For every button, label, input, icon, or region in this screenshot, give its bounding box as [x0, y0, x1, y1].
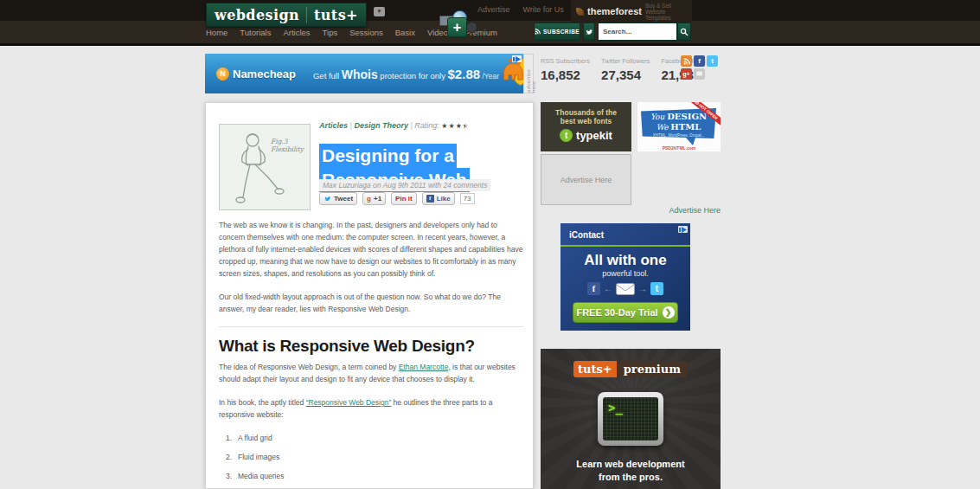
article-body: The web as we know it is changing. In th…: [219, 219, 523, 489]
facebook-icon: f: [587, 282, 600, 295]
paragraph-fixed-width: Our old fixed-width layout approach is o…: [219, 291, 523, 315]
nav-tutorials[interactable]: Tutorials: [240, 28, 271, 37]
advertise-strip-label: advertise here: [526, 56, 536, 93]
section-divider: [219, 326, 523, 327]
bubble-tail: [686, 138, 695, 145]
pinterest-button[interactable]: Pin it: [391, 192, 417, 205]
google-g-icon: g: [367, 195, 371, 203]
advertise-here-link[interactable]: Advertise Here: [634, 206, 721, 215]
list-item: 2.Fluid images: [219, 451, 523, 463]
arrow-right-icon: →: [638, 284, 647, 293]
twitter-bird-icon: [585, 29, 593, 35]
icontact-logo: iContact: [569, 230, 604, 240]
camera-icon: [466, 22, 477, 33]
facebook-social-icon[interactable]: f: [694, 55, 705, 67]
logo-dropdown-button[interactable]: ▼: [374, 7, 385, 16]
rating-half-star: ★★: [463, 122, 469, 130]
tweet-bird-icon: [323, 196, 331, 202]
figure-caption: Fig.3 Flexibility: [271, 138, 304, 153]
nav-tips[interactable]: Tips: [323, 28, 338, 37]
email-social-icon[interactable]: ✉: [694, 68, 705, 80]
green-divider: [560, 245, 690, 247]
logo-tuts: tuts+: [306, 7, 358, 23]
like-count-badge: 73: [460, 193, 475, 204]
page: webdesign tuts+ ▼ Advertise Write for Us…: [0, 0, 980, 489]
stat-twitter: Twitter Followers 27,354: [601, 57, 650, 82]
nav-home[interactable]: Home: [206, 28, 227, 37]
list-item: 1.A fluid grid: [219, 432, 523, 444]
rwd-parts-list: 1.A fluid grid 2.Fluid images 3.Media qu…: [219, 432, 523, 482]
search-input[interactable]: [598, 23, 677, 41]
devices-graphic: +: [439, 10, 490, 45]
tuts-premium-ad[interactable]: tuts+ premium >_ Learn web development f…: [541, 349, 721, 489]
tuts-premium-logo: tuts+ premium: [541, 361, 721, 377]
namecheap-icon: N: [216, 68, 229, 80]
breadcrumb-articles[interactable]: Articles: [319, 121, 348, 130]
envato-leaf-icon: [576, 8, 584, 16]
nav-basix[interactable]: Basix: [395, 28, 415, 37]
facebook-f-icon: f: [426, 195, 434, 203]
themeforest-banner[interactable]: themeforest Buy & Sell Website Templates: [571, 0, 692, 23]
namecheap-ad-banner[interactable]: N Namecheap Get full Whois protection fo…: [205, 54, 523, 93]
rating-stars: ★★★: [441, 122, 463, 130]
search-icon: [680, 28, 689, 36]
namecheap-name: Namecheap: [233, 68, 296, 80]
themeforest-tagline: Buy & Sell Website Templates: [645, 3, 687, 21]
subscribe-button[interactable]: SUBSCRIBE: [534, 23, 580, 41]
rss-social-icon[interactable]: [681, 55, 692, 67]
banner-text: Get full Whois protection for only $2.88…: [313, 67, 499, 81]
paragraph-book: In his book, the aptly titled “Responsiv…: [219, 396, 523, 421]
googleplus-social-icon[interactable]: g+: [681, 68, 692, 80]
facebook-like-button[interactable]: f Like: [422, 192, 455, 205]
list-item: 3.Media queries: [219, 470, 523, 482]
twitter-social-icon[interactable]: t: [707, 55, 718, 67]
cta-arrow-icon: ❯: [663, 306, 675, 318]
advertise-here-strip[interactable]: advertise here: [523, 54, 534, 93]
arrow-left-icon: ←: [604, 284, 612, 293]
icontact-icons: f ← → t: [560, 282, 690, 295]
adchoices-icon[interactable]: [678, 226, 688, 233]
article-thumbnail[interactable]: Fig.3 Flexibility: [219, 124, 311, 210]
premium-caption: Learn web development from the pros.: [541, 458, 721, 484]
breadcrumb-design-theory[interactable]: Design Theory: [354, 121, 408, 130]
psd2html-ad[interactable]: You DESIGN We HTML XHTML, WordPress, Dru…: [637, 102, 721, 151]
section-heading: What is Responsive Web Design?: [219, 340, 523, 352]
advertise-here-box[interactable]: Advertise Here: [541, 154, 631, 205]
twitter-icon: t: [650, 282, 663, 295]
share-buttons: Tweet g +1 Pin it f Like 73: [319, 192, 475, 205]
link-write-for-us[interactable]: Write for Us: [523, 5, 564, 14]
google-plus-one-button[interactable]: g +1: [362, 192, 386, 205]
paragraph-idea: The idea of Responsive Web Design, a ter…: [219, 361, 523, 385]
psd2html-url: PSD2HTML.com: [637, 145, 721, 151]
social-buttons: f t g+ ✉: [681, 55, 721, 80]
paragraph-intro: The web as we know it is changing. In th…: [219, 219, 523, 280]
icontact-ad[interactable]: iContact All with one powerful tool. f ←…: [560, 223, 690, 331]
tweet-button[interactable]: Tweet: [319, 192, 357, 205]
typekit-brand: typekit: [576, 129, 612, 142]
logo-webdesign: webdesign: [215, 7, 299, 23]
typekit-icon: t: [560, 129, 573, 142]
site-logo[interactable]: webdesign tuts+: [206, 3, 367, 27]
breadcrumb: Articles | Design Theory | Rating: ★★★★★: [319, 121, 469, 130]
nav-articles[interactable]: Articles: [283, 28, 310, 37]
terminal-icon: >_: [598, 392, 663, 446]
subscribe-label: SUBSCRIBE: [543, 29, 580, 35]
adchoices-icon[interactable]: [512, 55, 522, 62]
article-card: Fig.3 Flexibility Articles | Design Theo…: [205, 102, 534, 489]
themeforest-brand: themeforest: [587, 6, 642, 16]
envelope-icon: [616, 283, 635, 295]
byline: Max Luzuriaga on Aug 9th 2011 with 24 co…: [319, 179, 490, 191]
link-rwd-book[interactable]: “Responsive Web Design”: [306, 398, 392, 407]
link-ethan-marcotte[interactable]: Ethan Marcotte: [399, 363, 449, 371]
nav-sessions[interactable]: Sessions: [349, 28, 383, 37]
plus-badge-icon: +: [447, 17, 467, 37]
typekit-ad[interactable]: Thousands of the best web fonts t typeki…: [541, 102, 631, 151]
rating-label: Rating:: [414, 121, 439, 130]
twitter-header-button[interactable]: [583, 23, 595, 41]
rss-icon: [535, 28, 541, 35]
stat-rss: RSS Subscribers 16,852: [541, 57, 590, 82]
search-button[interactable]: [677, 23, 691, 41]
free-trial-button[interactable]: FREE 30-Day Trial ❯: [573, 302, 678, 323]
namecheap-logo: N Namecheap: [216, 68, 296, 80]
